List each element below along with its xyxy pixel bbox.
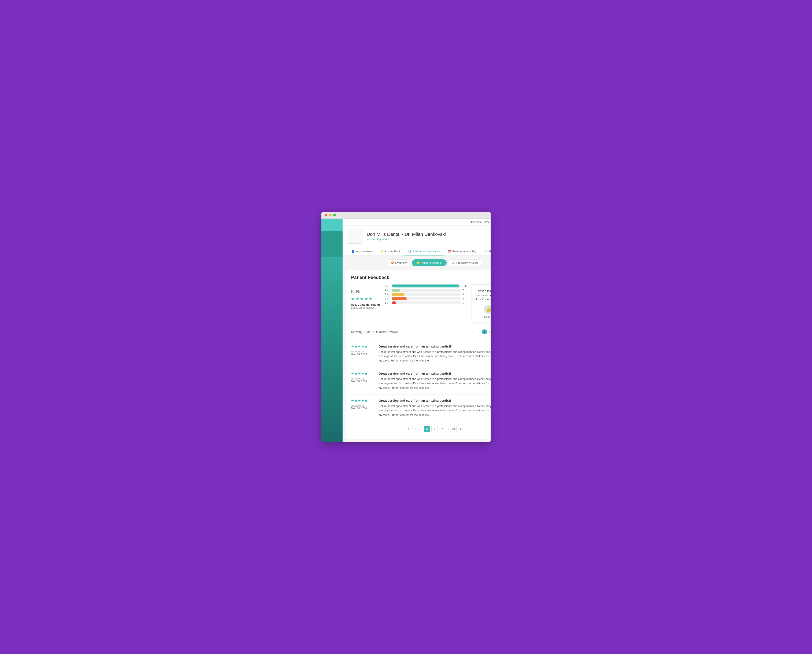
tab-provider-availability[interactable]: ⏰ Provider Availability [444, 247, 480, 256]
bar-fill-2 [392, 297, 407, 300]
star-1: ★ [351, 296, 355, 301]
pagination-page-6[interactable]: 6 [431, 426, 438, 432]
sub-tab-patient-feedback[interactable]: ⭐ Patient Feedback [412, 259, 447, 266]
bar-fill-3 [392, 293, 404, 296]
review-left-2: ★★★★★ Reviewed on Dec. 18, 2016 [351, 371, 374, 390]
reviews-header: Showing 10 of 37 Detailed Reviews 👤 All … [351, 328, 491, 336]
practice-info: Don Mills Dental - Dr. Milan Denkovski V… [367, 232, 446, 241]
clock-icon: ⏰ [448, 250, 451, 253]
rating-section: 5.0/5 ★ ★ ★ ★ ★ Avg. Customer Rating Bas… [351, 284, 467, 316]
sub-tab-overview[interactable]: 🏠 Overview [386, 259, 411, 266]
bar-row-1: 1★ 1 [385, 301, 467, 304]
bar-container-5 [392, 284, 461, 287]
review-title-1: Great service and care from an amazing d… [379, 345, 491, 348]
reviewed-label-3: Reviewed on [351, 404, 374, 407]
practice-header: Don Mills Dental - Dr. Milan Denkovski V… [343, 226, 491, 247]
reviews-list: ★★★★★ Reviewed on Dec. 18, 2016 Great se… [351, 340, 491, 422]
bar-row-3: 3★ 3 [385, 293, 467, 296]
review-card-2: ★★★★★ Reviewed on Dec. 18, 2016 Great se… [351, 367, 491, 394]
review-stars-1: ★★★★★ [351, 345, 374, 348]
star-5: ★ [369, 296, 372, 301]
avg-label: Avg. Customer Rating [351, 303, 380, 306]
bar-count-4: 2 [462, 289, 467, 292]
tab-instant-book[interactable]: ⚡ Instant Book [377, 247, 404, 256]
bar-label-4: 4★ [385, 289, 390, 292]
sub-tab-nav: 🏠 Overview ⭐ Patient Feedback 📈 Producti… [343, 256, 491, 270]
bar-row-4: 4★ 2 [385, 289, 467, 292]
rating-number: 5.0/5 [351, 284, 380, 295]
sidebar-middle [321, 231, 343, 257]
chart-icon: 📊 [408, 250, 412, 253]
minimize-dot[interactable] [329, 214, 331, 216]
trial-box: This is a trial feature, that is still u… [472, 284, 491, 323]
bar-label-5: 5★ [385, 284, 390, 287]
star-4: ★ [364, 296, 368, 301]
rating-out-of: /5 [357, 289, 360, 294]
top-nav: Opencare Prime My Account Log out [343, 219, 491, 226]
bar-container-3 [392, 293, 461, 296]
bar-container-4 [392, 289, 461, 292]
page-layout: Opencare Prime My Account Log out Don Mi… [321, 219, 491, 442]
tab-about[interactable]: 📄 About [480, 247, 491, 256]
rating-bars: 5★ 135 4★ 2 3★ 3 2★ [385, 284, 467, 306]
document-icon: 📄 [484, 250, 487, 253]
sub-tab-productivity-score[interactable]: 📈 Productivity Score [447, 259, 483, 266]
bar-label-1: 1★ [385, 301, 390, 304]
sidebar [321, 219, 343, 442]
review-right-3: Great service and care from an amazing d… [379, 399, 491, 417]
sidebar-top [321, 219, 343, 231]
bar-container-2 [392, 297, 461, 300]
pagination-page-5[interactable]: 5 [424, 426, 430, 432]
reviews-count: Showing 10 of 37 Detailed Reviews [351, 330, 398, 333]
bar-fill-4 [392, 289, 400, 292]
reviewed-label-1: Reviewed on [351, 350, 374, 353]
pagination-page-1[interactable]: 1 [412, 426, 419, 432]
main-content: Opencare Prime My Account Log out Don Mi… [343, 219, 491, 442]
pagination: <1...567...10> [351, 422, 491, 434]
trial-buttons: 👍 Keep it! 👎 Lose it! [476, 305, 491, 318]
pagination-page-10[interactable]: 10 [450, 426, 456, 432]
bar-row-5: 5★ 135 [385, 284, 467, 287]
review-body-3: Got in for first appointment and was tre… [379, 404, 491, 417]
bar-count-5: 135 [462, 284, 467, 287]
page-content: Patient Feedback 5.0/5 ★ ★ [346, 270, 491, 439]
tab-appointments[interactable]: 👤 Appointments [348, 247, 377, 256]
practice-logo [348, 229, 362, 244]
review-body-2: Got in for first appointment and was tre… [379, 377, 491, 390]
pagination-dots: ... [447, 427, 449, 431]
view-on-opencare-link[interactable]: View on Opencare [367, 238, 389, 241]
tab-performance-analytics[interactable]: 📊 Performance Analytics [404, 247, 444, 256]
reviewed-date-2: Dec. 18, 2016 [351, 380, 374, 383]
review-body-1: Got in for first appointment and was tre… [379, 350, 491, 363]
expand-dot[interactable] [333, 214, 336, 216]
thumbs-up-icon: 👍 [484, 305, 491, 314]
bar-fill-1 [392, 301, 396, 304]
star-3: ★ [360, 296, 364, 301]
keep-it-button[interactable]: 👍 Keep it! [484, 305, 491, 318]
filter-dropdown[interactable]: 👤 All dentist reviews ▾ [479, 328, 491, 336]
bar-row-2: 2★ 4 [385, 297, 467, 300]
pagination-next[interactable]: > [458, 426, 464, 432]
star-icon: ⭐ [417, 261, 420, 264]
overall-rating: 5.0/5 ★ ★ ★ ★ ★ Avg. Customer Rating Bas… [351, 284, 380, 309]
home-icon: 🏠 [391, 261, 394, 264]
bar-count-1: 1 [462, 301, 467, 304]
opencare-prime-link[interactable]: Opencare Prime [470, 220, 490, 223]
page-title: Patient Feedback [351, 275, 491, 280]
close-dot[interactable] [325, 214, 327, 216]
reviewed-label-2: Reviewed on [351, 377, 374, 380]
person-icon: 👤 [351, 250, 355, 253]
pagination-prev[interactable]: < [405, 426, 411, 432]
review-left-3: ★★★★★ Reviewed on Dec. 18, 2016 [351, 399, 374, 417]
pagination-page-7[interactable]: 7 [439, 426, 445, 432]
review-title-3: Great service and care from an amazing d… [379, 399, 491, 402]
star-2: ★ [356, 296, 359, 301]
trial-text: This is a trial feature, that is still u… [476, 289, 491, 301]
based-on: Based on 37 Ratings [351, 306, 380, 309]
review-title-2: Great service and care from an amazing d… [379, 371, 491, 375]
reviewed-date-3: Dec. 18, 2016 [351, 407, 374, 410]
lightning-icon: ⚡ [381, 250, 384, 253]
review-right-1: Great service and care from an amazing d… [379, 345, 491, 363]
review-stars-2: ★★★★★ [351, 371, 374, 376]
browser-chrome [321, 212, 491, 219]
